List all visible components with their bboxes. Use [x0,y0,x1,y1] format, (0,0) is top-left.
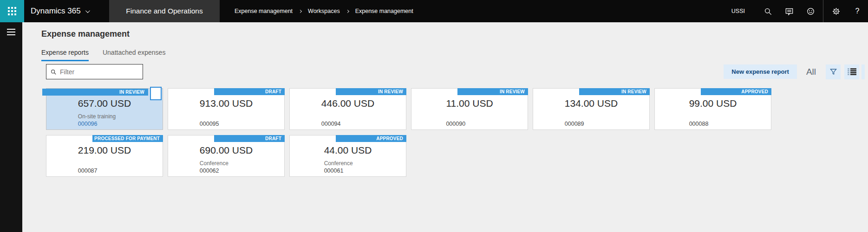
card-subtitle: On-site training [78,113,131,120]
app-launcher-button[interactable] [0,0,24,22]
card-document-number-link[interactable]: 000089 [565,121,618,128]
card-subtitle [78,160,131,167]
card-amount: 446.00 USD [321,98,374,109]
grid-view-button-partial[interactable] [861,64,865,79]
status-badge: IN REVIEW [579,88,650,95]
card-document-number-link[interactable]: 000088 [689,121,737,128]
card-subtitle: Conference [324,160,372,167]
status-badge: IN REVIEW [42,89,148,96]
breadcrumb-item-module[interactable]: Expense management [235,8,293,14]
card-subtitle [321,113,374,120]
status-badge: IN REVIEW [336,88,407,95]
card-document-number-link[interactable]: 000094 [321,121,374,128]
card-subtitle [200,113,253,120]
tab-unattached-expenses[interactable]: Unattached expenses [103,49,165,61]
page-title: Expense management [41,29,130,39]
card-amount: 690.00 USD [200,145,253,156]
status-badge: DRAFT [214,88,285,95]
expense-report-card[interactable]: IN REVIEW 657.00 USD On-site training 00… [46,88,163,130]
card-document-number-link[interactable]: 000096 [78,121,131,128]
status-badge: IN REVIEW [457,88,529,95]
card-subtitle [565,113,618,120]
list-icon [848,68,856,76]
expense-report-card[interactable]: APPROVED 99.00 USD 000088 [654,88,771,130]
status-badge: DRAFT [214,135,285,142]
feedback-smiley-icon[interactable] [806,6,815,16]
card-document-number-link[interactable]: 000062 [200,168,253,174]
expense-report-card[interactable]: DRAFT 690.00 USD Conference 000062 [168,135,285,177]
card-amount: 657.00 USD [78,98,131,109]
top-navigation-bar: Dynamics 365 Finance and Operations Expe… [0,0,868,22]
list-toolbar: New expense report All [724,64,865,79]
search-icon[interactable] [763,6,772,16]
breadcrumb: Expense management Workspaces Expense ma… [235,0,413,22]
product-switcher[interactable]: Dynamics 365 [31,0,89,22]
filter-funnel-button[interactable] [826,64,841,79]
expense-report-card[interactable]: DRAFT 913.00 USD 000095 [168,88,285,130]
card-document-number-link[interactable]: 000095 [200,121,253,128]
card-select-checkbox[interactable] [150,87,162,100]
card-amount: 913.00 USD [200,98,253,109]
card-subtitle [446,113,493,120]
card-amount: 99.00 USD [689,98,737,109]
breadcrumb-separator-icon [299,9,302,13]
app-name-block[interactable]: Finance and Operations [109,0,220,22]
workspace-content: Expense management Expense reports Unatt… [22,22,868,232]
workspace-tabs: Expense reports Unattached expenses [41,49,165,61]
card-document-number-link[interactable]: 000087 [78,168,131,174]
card-amount: 219.00 USD [78,145,131,156]
card-subtitle [689,113,737,120]
chevron-down-icon [85,8,90,13]
tab-expense-reports[interactable]: Expense reports [41,49,89,61]
status-badge: PROCESSED FOR PAYMENT [92,135,163,142]
topbar-actions: USSI ? [731,0,868,22]
expense-report-card[interactable]: PROCESSED FOR PAYMENT 219.00 USD 000087 [46,135,163,177]
breadcrumb-item-workspaces[interactable]: Workspaces [308,8,340,14]
card-document-number-link[interactable]: 000090 [446,121,493,128]
card-amount: 11.00 USD [446,98,493,109]
help-icon[interactable]: ? [853,6,862,16]
card-amount: 134.00 USD [565,98,618,109]
product-name: Dynamics 365 [31,6,81,16]
filter-input[interactable] [60,68,134,76]
topbar-divider [823,0,823,22]
expense-report-card[interactable]: IN REVIEW 134.00 USD 000089 [533,88,650,130]
expense-report-card[interactable]: IN REVIEW 11.00 USD 000090 [411,88,528,130]
company-picker[interactable]: USSI [731,8,745,14]
waffle-icon [8,7,16,15]
funnel-icon [829,68,837,76]
settings-gear-icon[interactable] [831,6,841,16]
search-icon [50,69,57,75]
expense-report-card[interactable]: APPROVED 44.00 USD Conference 000061 [289,135,406,177]
expense-report-cards: IN REVIEW 657.00 USD On-site training 00… [46,88,771,177]
expense-report-card[interactable]: IN REVIEW 446.00 USD 000094 [289,88,406,130]
card-amount: 44.00 USD [324,145,372,156]
breadcrumb-item-page[interactable]: Expense management [355,8,413,14]
expand-nav-hamburger-icon[interactable] [0,22,22,41]
filter-box [46,64,143,79]
status-badge: APPROVED [336,135,407,142]
status-badge: APPROVED [701,88,772,95]
scope-filter-dropdown[interactable]: All [806,67,816,77]
breadcrumb-separator-icon [346,9,349,13]
navigation-rail [0,22,22,232]
card-subtitle: Conference [200,160,253,167]
card-document-number-link[interactable]: 000061 [324,168,372,174]
messages-icon[interactable] [784,6,794,16]
app-name: Finance and Operations [126,7,202,15]
new-expense-report-button[interactable]: New expense report [724,64,797,79]
list-view-button[interactable] [844,64,859,79]
